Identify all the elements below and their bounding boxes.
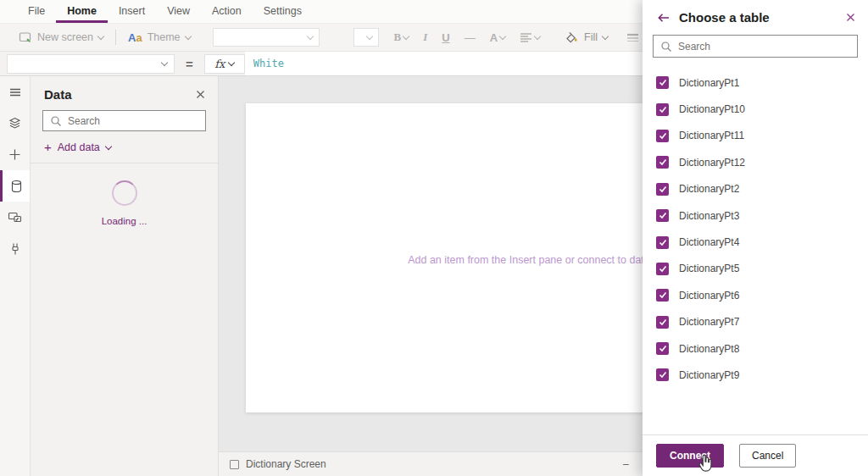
table-name: DictionaryPt10 xyxy=(679,103,745,115)
bold-button[interactable]: B xyxy=(394,30,409,44)
spinner-icon xyxy=(112,180,137,206)
cancel-button[interactable]: Cancel xyxy=(739,444,796,468)
media-button[interactable] xyxy=(0,202,30,233)
table-row[interactable]: DictionaryPt10 xyxy=(656,96,854,122)
chevron-down-icon xyxy=(97,32,104,39)
checkbox-checked[interactable] xyxy=(656,156,669,169)
checkbox-checked[interactable] xyxy=(656,209,669,222)
add-data-button[interactable]: + Add data xyxy=(44,141,206,153)
property-dropdown[interactable] xyxy=(7,54,175,74)
plus-icon: + xyxy=(44,143,52,152)
connect-to-data-link[interactable]: connect to data xyxy=(577,254,649,266)
table-row[interactable]: DictionaryPt12 xyxy=(656,149,854,175)
equals-sign: = xyxy=(186,57,193,71)
checkbox-checked[interactable] xyxy=(656,263,669,275)
hint-text: Add an item from the Insert pane or xyxy=(408,254,577,266)
checkbox-checked[interactable] xyxy=(656,76,669,89)
advanced-tools-button[interactable] xyxy=(0,233,30,264)
checkbox-checked[interactable] xyxy=(656,183,669,196)
chevron-down-icon xyxy=(602,32,609,39)
checkbox-checked[interactable] xyxy=(656,289,669,302)
fill-button[interactable]: Fill xyxy=(565,30,608,44)
fill-label: Fill xyxy=(584,31,598,43)
new-screen-button[interactable]: New screen xyxy=(19,30,103,44)
theme-icon: Aa xyxy=(128,31,142,44)
chevron-down-icon xyxy=(403,32,409,39)
table-row[interactable]: DictionaryPt4 xyxy=(656,229,854,255)
data-panel-close-button[interactable] xyxy=(195,89,206,100)
checkbox-checked[interactable] xyxy=(656,368,669,381)
checkbox-checked[interactable] xyxy=(656,236,669,249)
table-row[interactable]: DictionaryPt3 xyxy=(656,202,854,229)
loading-indicator: Loading ... xyxy=(31,180,218,226)
font-family-dropdown[interactable] xyxy=(213,28,320,47)
chevron-down-icon xyxy=(184,32,191,39)
checkbox-checked[interactable] xyxy=(656,316,669,329)
checkbox-checked[interactable] xyxy=(656,130,669,142)
search-icon xyxy=(660,41,672,53)
table-name: DictionaryPt11 xyxy=(679,130,744,141)
screen-name-label: Dictionary Screen xyxy=(246,458,326,470)
font-color-button[interactable]: A xyxy=(490,31,505,44)
tools-icon xyxy=(10,242,20,256)
insert-button[interactable] xyxy=(0,139,30,170)
choose-table-panel: Choose a table DictionaryPt1 DictionaryP… xyxy=(643,0,868,476)
add-data-label: Add data xyxy=(58,141,100,153)
checkbox-checked[interactable] xyxy=(656,342,669,355)
tree-view-button[interactable] xyxy=(0,108,30,139)
back-arrow-icon[interactable] xyxy=(657,11,670,25)
table-row[interactable]: DictionaryPt7 xyxy=(656,309,854,335)
table-row[interactable]: DictionaryPt6 xyxy=(656,282,854,308)
align-button[interactable] xyxy=(520,31,540,43)
toolbar-divider xyxy=(115,30,116,45)
choose-table-close-button[interactable] xyxy=(845,12,856,23)
chevron-down-icon xyxy=(499,32,506,39)
chevron-down-icon xyxy=(105,142,112,149)
data-panel: Data + Add data Loading ... xyxy=(31,76,219,476)
new-screen-icon xyxy=(19,30,32,44)
chevron-down-icon xyxy=(534,32,541,39)
menu-home[interactable]: Home xyxy=(56,0,108,23)
menu-settings[interactable]: Settings xyxy=(253,0,313,23)
zoom-out-button[interactable]: – xyxy=(623,458,629,470)
menu-insert[interactable]: Insert xyxy=(108,0,156,23)
fx-dropdown[interactable]: fx xyxy=(204,54,245,74)
strikethrough-button[interactable]: — xyxy=(465,31,476,44)
data-search-input[interactable] xyxy=(68,115,199,127)
chevron-down-icon xyxy=(306,32,313,39)
font-size-dropdown[interactable] xyxy=(353,28,379,47)
media-icon xyxy=(8,211,22,224)
table-row[interactable]: DictionaryPt1 xyxy=(656,69,854,96)
table-name: DictionaryPt9 xyxy=(679,369,739,381)
table-name: DictionaryPt2 xyxy=(679,183,739,195)
hamburger-menu-button[interactable] xyxy=(0,76,30,108)
data-sources-button[interactable] xyxy=(0,170,30,202)
hamburger-icon xyxy=(8,86,22,99)
table-row[interactable]: DictionaryPt2 xyxy=(656,176,854,202)
checkbox-checked[interactable] xyxy=(656,103,669,116)
table-name: DictionaryPt6 xyxy=(679,290,739,302)
choose-table-header: Choose a table xyxy=(643,0,868,33)
loading-label: Loading ... xyxy=(102,216,147,226)
table-row[interactable]: DictionaryPt9 xyxy=(656,362,854,388)
table-name: DictionaryPt3 xyxy=(679,210,739,222)
menu-action[interactable]: Action xyxy=(201,0,253,23)
connect-button[interactable]: Connect xyxy=(656,444,724,468)
fx-icon: fx xyxy=(214,58,225,70)
theme-label: Theme xyxy=(147,31,181,43)
table-name: DictionaryPt12 xyxy=(679,157,745,169)
table-row[interactable]: DictionaryPt5 xyxy=(656,256,854,282)
table-row[interactable]: DictionaryPt8 xyxy=(656,335,854,362)
table-row[interactable]: DictionaryPt11 xyxy=(656,123,854,149)
theme-button[interactable]: Aa Theme xyxy=(128,31,191,44)
table-name: DictionaryPt4 xyxy=(679,236,739,248)
underline-button[interactable]: U xyxy=(442,31,449,44)
italic-button[interactable]: I xyxy=(423,30,427,44)
table-search-input[interactable] xyxy=(678,41,850,53)
menu-view[interactable]: View xyxy=(156,0,201,23)
menu-file[interactable]: File xyxy=(17,0,56,23)
plus-icon xyxy=(8,148,21,161)
table-list: DictionaryPt1 DictionaryPt10 DictionaryP… xyxy=(643,69,868,434)
fill-bucket-icon xyxy=(565,30,579,44)
formula-text: White xyxy=(253,58,284,69)
